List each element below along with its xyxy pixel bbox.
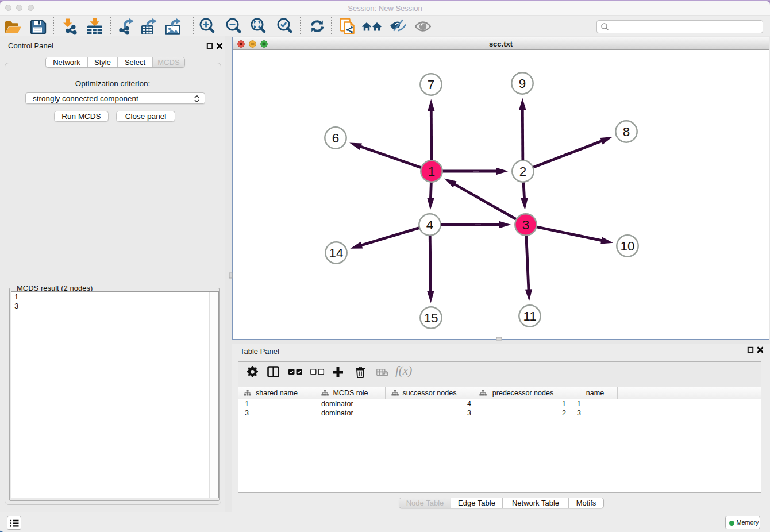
svg-text:4: 4 <box>426 218 433 232</box>
svg-text:6: 6 <box>332 131 339 145</box>
svg-text:15: 15 <box>424 311 438 325</box>
svg-text:2: 2 <box>519 164 526 179</box>
svg-text:10: 10 <box>621 239 635 253</box>
svg-text:7: 7 <box>428 78 434 92</box>
svg-text:1: 1 <box>428 164 435 179</box>
svg-text:3: 3 <box>522 218 529 232</box>
svg-text:14: 14 <box>329 246 344 260</box>
svg-text:8: 8 <box>623 125 630 139</box>
svg-text:11: 11 <box>523 309 536 323</box>
svg-text:9: 9 <box>519 76 526 91</box>
